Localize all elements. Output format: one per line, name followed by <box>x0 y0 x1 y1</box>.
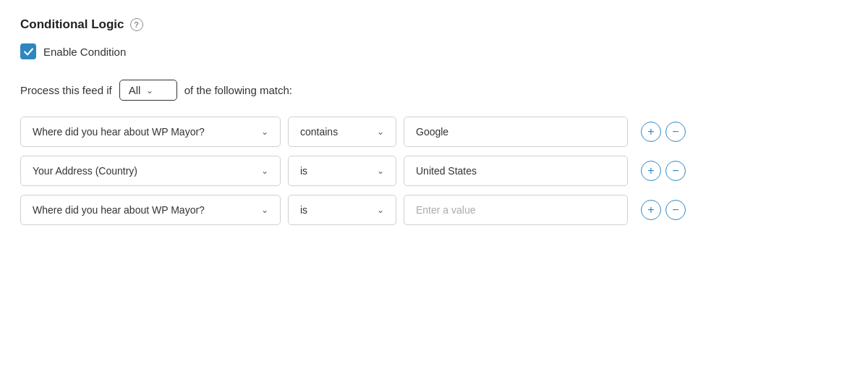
help-icon[interactable]: ? <box>130 18 143 31</box>
action-buttons: + − <box>641 122 686 142</box>
rules-container: Where did you hear about WP Mayor?⌄conta… <box>20 117 848 225</box>
chevron-down-icon: ⌄ <box>261 166 268 176</box>
value-field[interactable]: United States <box>404 156 628 186</box>
chevron-down-icon: ⌄ <box>146 85 153 96</box>
chevron-down-icon: ⌄ <box>377 166 384 176</box>
add-rule-button[interactable]: + <box>641 200 661 220</box>
operator-value: contains <box>300 126 338 138</box>
field-select-value: Your Address (Country) <box>33 165 137 177</box>
chevron-down-icon: ⌄ <box>261 127 268 137</box>
remove-rule-button[interactable]: − <box>665 122 686 142</box>
action-buttons: + − <box>641 161 686 181</box>
enable-condition-checkbox[interactable] <box>20 43 36 59</box>
operator-value: is <box>300 204 307 216</box>
field-select-value: Where did you hear about WP Mayor? <box>33 126 205 138</box>
operator-select[interactable]: is⌄ <box>288 156 396 186</box>
chevron-down-icon: ⌄ <box>377 127 384 137</box>
add-rule-button[interactable]: + <box>641 122 661 142</box>
feed-prefix: Process this feed if <box>20 84 112 96</box>
section-title: Conditional Logic ? <box>20 17 848 32</box>
all-select-dropdown[interactable]: All ⌄ <box>119 80 177 101</box>
value-field[interactable]: Google <box>404 117 628 147</box>
feed-condition-row: Process this feed if All ⌄ of the follow… <box>20 80 848 101</box>
operator-select[interactable]: contains⌄ <box>288 117 396 147</box>
field-select-value: Where did you hear about WP Mayor? <box>33 204 205 216</box>
enable-condition-row: Enable Condition <box>20 43 848 59</box>
enable-condition-label: Enable Condition <box>43 46 126 58</box>
operator-select[interactable]: is⌄ <box>288 195 396 225</box>
operator-value: is <box>300 165 307 177</box>
conditional-logic-heading: Conditional Logic <box>20 17 124 32</box>
all-select-value: All <box>129 84 141 96</box>
rule-row: Where did you hear about WP Mayor?⌄conta… <box>20 117 848 147</box>
field-select[interactable]: Where did you hear about WP Mayor?⌄ <box>20 195 281 225</box>
chevron-down-icon: ⌄ <box>261 205 268 215</box>
add-rule-button[interactable]: + <box>641 161 661 181</box>
remove-rule-button[interactable]: − <box>665 200 686 220</box>
value-field[interactable]: Enter a value <box>404 195 628 225</box>
remove-rule-button[interactable]: − <box>665 161 686 181</box>
action-buttons: + − <box>641 200 686 220</box>
field-select[interactable]: Your Address (Country)⌄ <box>20 156 281 186</box>
chevron-down-icon: ⌄ <box>377 205 384 215</box>
rule-row: Your Address (Country)⌄is⌄United States … <box>20 156 848 186</box>
field-select[interactable]: Where did you hear about WP Mayor?⌄ <box>20 117 281 147</box>
rule-row: Where did you hear about WP Mayor?⌄is⌄En… <box>20 195 848 225</box>
feed-suffix: of the following match: <box>184 84 292 96</box>
